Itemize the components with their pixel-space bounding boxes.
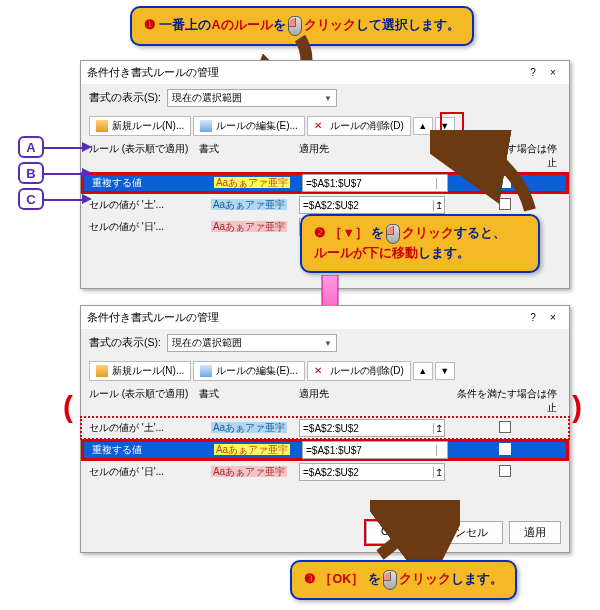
range-A[interactable]: ↥ bbox=[302, 174, 448, 192]
range-A[interactable]: ↥ bbox=[302, 441, 448, 459]
close-icon[interactable]: × bbox=[543, 67, 563, 78]
close-icon[interactable]: × bbox=[543, 312, 563, 323]
move-down-button[interactable]: ▼ bbox=[435, 362, 455, 380]
dialog-rules-manager-after: 条件付き書式ルールの管理 ? × 書式の表示(S): 現在の選択範囲 ▼ 新規ル… bbox=[80, 305, 570, 553]
range-picker-icon[interactable]: ↥ bbox=[433, 467, 444, 478]
marker-C-arrow bbox=[82, 194, 92, 204]
callout-step2: ❷ ［▼］ をクリックすると、 ルールが下に移動します。 bbox=[300, 214, 540, 273]
display-for-label: 書式の表示(S): bbox=[89, 91, 161, 105]
format-sample-A: Aaあぁアァ亜宇 bbox=[214, 177, 290, 188]
dialog-footer: OK キャンセル 適用 bbox=[81, 513, 569, 552]
edit-rule-button[interactable]: ルールの編集(E)... bbox=[193, 116, 305, 136]
delete-rule-button[interactable]: ✕ルールの削除(D) bbox=[307, 116, 411, 136]
marker-B: B bbox=[18, 162, 44, 184]
display-for-dropdown[interactable]: 現在の選択範囲 ▼ bbox=[167, 89, 337, 107]
marker-B-arrow bbox=[82, 168, 92, 178]
help-icon[interactable]: ? bbox=[523, 67, 543, 78]
move-up-button[interactable]: ▲ bbox=[413, 362, 433, 380]
help-icon[interactable]: ? bbox=[523, 312, 543, 323]
marker-A-arrow bbox=[82, 142, 92, 152]
mouse-icon bbox=[383, 570, 397, 590]
step1-number: ❶ bbox=[144, 18, 156, 32]
format-sample-C: Aaあぁアァ亜宇 bbox=[211, 221, 287, 232]
range-picker-icon[interactable]: ↥ bbox=[436, 445, 447, 456]
titlebar: 条件付き書式ルールの管理 ? × bbox=[81, 306, 569, 329]
display-for-label: 書式の表示(S): bbox=[89, 336, 161, 350]
mouse-icon bbox=[386, 224, 400, 244]
stop-checkbox-C[interactable] bbox=[499, 465, 511, 477]
marker-A-line bbox=[44, 147, 84, 149]
chevron-down-icon: ▼ bbox=[324, 339, 332, 348]
delete-rule-button[interactable]: ✕ルールの削除(D) bbox=[307, 361, 411, 381]
rule-row-A[interactable]: 重複する値 Aaあぁアァ亜宇 ↥ bbox=[81, 439, 569, 461]
format-sample-C: Aaあぁアァ亜宇 bbox=[211, 466, 287, 477]
step3-number: ❸ bbox=[304, 572, 316, 586]
dialog-title: 条件付き書式ルールの管理 bbox=[87, 310, 523, 325]
stop-checkbox-B[interactable] bbox=[499, 421, 511, 433]
range-picker-icon[interactable]: ↥ bbox=[433, 423, 444, 434]
new-rule-button[interactable]: 新規ルール(N)... bbox=[89, 116, 191, 136]
stop-checkbox-A[interactable] bbox=[499, 443, 511, 455]
titlebar: 条件付き書式ルールの管理 ? × bbox=[81, 61, 569, 84]
swap-paren-left: ) bbox=[63, 390, 73, 424]
format-sample-B: Aaあぁアァ亜宇 bbox=[211, 422, 287, 433]
display-for-dropdown[interactable]: 現在の選択範囲 ▼ bbox=[167, 334, 337, 352]
chevron-down-icon: ▼ bbox=[324, 94, 332, 103]
marker-C: C bbox=[18, 188, 44, 210]
range-C[interactable]: ↥ bbox=[299, 463, 445, 481]
rule-row-C[interactable]: セルの値が '日'... Aaあぁアァ亜宇 ↥ bbox=[81, 461, 569, 483]
range-B[interactable]: ↥ bbox=[299, 419, 445, 437]
format-sample-B: Aaあぁアァ亜宇 bbox=[211, 199, 287, 210]
new-rule-button[interactable]: 新規ルール(N)... bbox=[89, 361, 191, 381]
marker-B-line bbox=[44, 173, 84, 175]
apply-button[interactable]: 適用 bbox=[509, 521, 561, 544]
rule-row-B[interactable]: セルの値が '土'... Aaあぁアァ亜宇 ↥ bbox=[81, 417, 569, 439]
dialog-title: 条件付き書式ルールの管理 bbox=[87, 65, 523, 80]
format-sample-A: Aaあぁアァ亜宇 bbox=[214, 444, 290, 455]
arrow-brown-2 bbox=[430, 130, 550, 220]
swap-paren-right: ) bbox=[572, 390, 582, 424]
arrow-brown-3 bbox=[370, 500, 460, 560]
range-B[interactable]: ↥ bbox=[299, 196, 445, 214]
callout-step3: ❸ ［OK］ をクリックします。 bbox=[290, 560, 517, 600]
edit-rule-button[interactable]: ルールの編集(E)... bbox=[193, 361, 305, 381]
step2-number: ❷ bbox=[314, 226, 326, 240]
marker-A: A bbox=[18, 136, 44, 158]
rules-header: ルール (表示順で適用) 書式 適用先 条件を満たす場合は停止 bbox=[81, 385, 569, 417]
marker-C-line bbox=[44, 199, 84, 201]
